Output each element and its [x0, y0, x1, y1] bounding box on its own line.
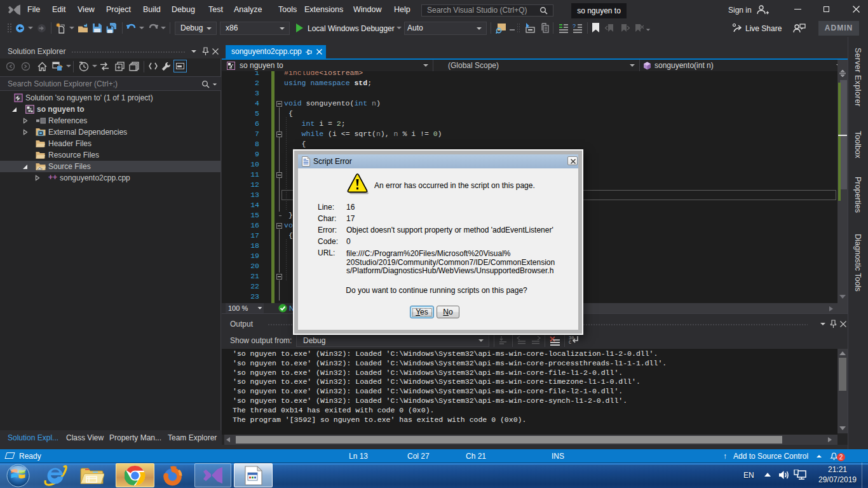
svg-text:C: C: [569, 340, 571, 345]
svg-text:?: ?: [573, 23, 576, 29]
